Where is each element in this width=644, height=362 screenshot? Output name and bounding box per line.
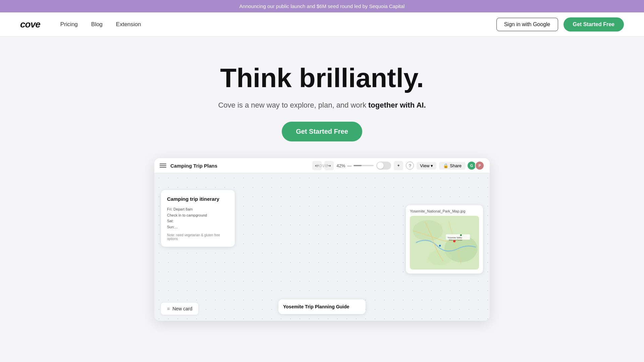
svg-point-3	[428, 250, 452, 265]
map-svg: Yosemite Valley Welcome Center	[410, 216, 479, 269]
hero-subtitle-bold: together with AI.	[368, 101, 426, 109]
camping-line-4: Sun:...	[167, 224, 229, 230]
view-button[interactable]: View ▾	[417, 162, 436, 170]
new-card-label: New card	[172, 306, 192, 311]
lock-icon: 🔒	[443, 163, 448, 168]
nav-link-extension[interactable]: Extension	[116, 21, 141, 28]
map-image: Yosemite Valley Welcome Center	[410, 216, 479, 269]
avatar-group: G P	[468, 161, 484, 170]
svg-point-7	[453, 240, 455, 242]
help-button[interactable]: ?	[406, 162, 414, 170]
toolbar-logo: cove	[316, 163, 328, 169]
svg-text:Yosemite Valley: Yosemite Valley	[447, 236, 463, 239]
hero-subtitle-plain: Cove is a new way to explore, plan, and …	[218, 101, 368, 109]
share-button[interactable]: 🔒 Share	[439, 162, 466, 170]
hero-subtitle: Cove is a new way to explore, plan, and …	[7, 101, 637, 110]
camping-line-1: Fri: Depart 8am	[167, 206, 229, 213]
zoom-control: 42% —	[336, 163, 374, 168]
sign-in-button[interactable]: Sign in with Google	[496, 18, 558, 31]
announcement-text: Announcing our public launch and $6M see…	[239, 3, 405, 9]
demo-wrapper: Camping Trip Plans cove ↩ ↪ 42% — ✦ ?	[0, 158, 644, 341]
svg-point-9	[460, 234, 462, 236]
zoom-dash: —	[347, 163, 352, 168]
guide-card: Yosemite Trip Planning Guide	[278, 299, 366, 314]
map-card-title: Yosemite_National_Park_Map.jpg	[410, 209, 479, 213]
new-card-button[interactable]: ≡ New card	[161, 303, 198, 315]
new-card-icon: ≡	[167, 306, 170, 311]
nav-link-pricing[interactable]: Pricing	[60, 21, 78, 28]
camping-line-2: Check in to campground	[167, 213, 229, 219]
demo-container: Camping Trip Plans cove ↩ ↪ 42% — ✦ ?	[154, 158, 490, 321]
toolbar-title: Camping Trip Plans	[170, 163, 308, 169]
demo-canvas: Camping trip itinerary Fri: Depart 8am C…	[154, 173, 490, 321]
camping-line-3: Sat:	[167, 218, 229, 224]
svg-text:Welcome Center: Welcome Center	[449, 239, 462, 241]
svg-point-1	[413, 220, 443, 241]
hero-section: Think brilliantly. Cove is a new way to …	[0, 37, 644, 158]
ai-toggle[interactable]	[376, 162, 391, 170]
zoom-label: 42%	[336, 163, 345, 168]
camping-card-note: Note: need vegetarian & gluten free opti…	[167, 233, 229, 241]
map-card: Yosemite_National_Park_Map.jpg	[406, 205, 483, 274]
svg-point-8	[439, 245, 441, 246]
avatar-user2: P	[475, 161, 484, 170]
nav-link-blog[interactable]: Blog	[91, 21, 103, 28]
menu-icon[interactable]	[160, 164, 166, 168]
share-label: Share	[450, 163, 462, 168]
nav-right: Sign in with Google Get Started Free	[496, 17, 624, 32]
get-started-button-nav[interactable]: Get Started Free	[564, 17, 624, 32]
toolbar-controls: ↩ ↪ 42% — ✦ ? View ▾	[312, 161, 484, 170]
ai-icon[interactable]: ✦	[394, 161, 403, 170]
guide-card-title: Yosemite Trip Planning Guide	[283, 304, 361, 309]
demo-toolbar: Camping Trip Plans cove ↩ ↪ 42% — ✦ ?	[154, 158, 490, 173]
zoom-slider[interactable]	[354, 165, 374, 166]
hero-title: Think brilliantly.	[7, 63, 637, 93]
get-started-button-hero[interactable]: Get Started Free	[282, 122, 362, 141]
nav-logo[interactable]: cove	[20, 19, 40, 30]
nav-links: Pricing Blog Extension	[60, 21, 496, 28]
chevron-down-icon: ▾	[431, 163, 433, 168]
navbar: cove Pricing Blog Extension Sign in with…	[0, 12, 644, 37]
camping-card-lines: Fri: Depart 8am Check in to campground S…	[167, 206, 229, 230]
camping-card-title: Camping trip itinerary	[167, 196, 229, 202]
view-label: View	[420, 163, 429, 168]
camping-card: Camping trip itinerary Fri: Depart 8am C…	[161, 190, 235, 247]
announcement-bar: Announcing our public launch and $6M see…	[0, 0, 644, 12]
